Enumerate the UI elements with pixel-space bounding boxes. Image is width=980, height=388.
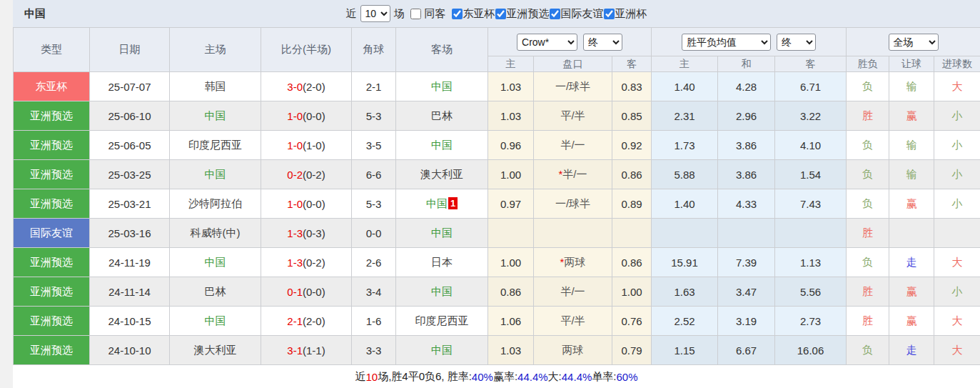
mean-draw-odds: 3.47 bbox=[718, 277, 775, 307]
match-row: 亚洲预选 24-10-10 澳大利亚 3-1(1-1) 3-3 中国 1.03 … bbox=[14, 336, 980, 365]
filter-checkbox[interactable] bbox=[495, 9, 506, 19]
away-team-cell: 日本 bbox=[396, 248, 488, 277]
corner-score: 2-6 bbox=[352, 248, 396, 277]
col-header-date: 日期 bbox=[90, 28, 170, 72]
match-row: 亚洲预选 24-11-19 中国 1-3(0-2) 2-6 日本 1.00 *两… bbox=[14, 248, 980, 277]
full-time-score: 1-0 bbox=[287, 198, 303, 210]
match-date: 25-07-07 bbox=[90, 72, 170, 101]
odds-home: 1.03 bbox=[488, 72, 534, 101]
away-team: 中国 bbox=[431, 80, 453, 92]
summary-segment: 单率: bbox=[592, 370, 616, 384]
home-team: 印度尼西亚 bbox=[170, 131, 261, 160]
full-time-score: 1-0 bbox=[287, 110, 303, 122]
summary-segment: 40% bbox=[472, 371, 493, 383]
mean-group-header: 胜平负均值 终 bbox=[652, 28, 847, 56]
match-date: 25-03-25 bbox=[90, 160, 170, 189]
filter-item[interactable]: 亚洲预选 bbox=[495, 7, 550, 21]
half-time-score: (0-0) bbox=[303, 198, 325, 210]
handicap-value: 半/一 bbox=[560, 139, 585, 151]
summary-segment: 场,胜4平0负6, 胜率: bbox=[378, 370, 472, 384]
handicap-result bbox=[889, 219, 934, 248]
away-team: 中国 bbox=[431, 139, 453, 151]
filter-checkbox[interactable] bbox=[550, 9, 560, 19]
match-row: 亚洲预选 25-06-05 印度尼西亚 1-0(1-0) 3-5 中国 0.96… bbox=[14, 131, 980, 160]
mean-home-odds bbox=[652, 219, 718, 248]
half-time-score: (2-0) bbox=[303, 315, 325, 327]
match-count-select[interactable]: 10 bbox=[360, 5, 390, 22]
mean-home-odds: 1.73 bbox=[652, 131, 718, 160]
home-team: 澳大利亚 bbox=[170, 336, 261, 365]
mean-time-select[interactable]: 终 bbox=[777, 34, 816, 51]
competition-type-badge: 亚洲预选 bbox=[14, 189, 90, 219]
sub-header-mean-draw: 和 bbox=[718, 56, 775, 72]
win-loss-result: 负 bbox=[847, 336, 889, 365]
competition-type-badge: 亚洲预选 bbox=[14, 248, 90, 277]
match-date: 25-06-05 bbox=[90, 131, 170, 160]
away-team: 巴林 bbox=[431, 109, 453, 121]
handicap-result: 走 bbox=[889, 248, 934, 277]
half-time-score: (2-0) bbox=[303, 81, 325, 93]
filter-label: 同客 bbox=[425, 7, 446, 21]
filter-checkbox[interactable] bbox=[410, 9, 421, 19]
odds-company-select[interactable]: Crow* bbox=[517, 34, 577, 51]
odds-away: 1.00 bbox=[612, 277, 652, 307]
match-row: 亚洲预选 24-10-15 中国 2-1(2-0) 1-6 印度尼西亚 1.06… bbox=[14, 307, 980, 336]
scope-select[interactable]: 全场 bbox=[889, 34, 939, 51]
corner-score: 5-3 bbox=[352, 189, 396, 219]
half-time-score: (0-0) bbox=[303, 286, 325, 298]
filter-checkbox[interactable] bbox=[452, 9, 463, 19]
mean-away-odds: 16.06 bbox=[775, 336, 847, 365]
match-table: 类型 日期 主场 比分(半场) 角球 客场 Crow* 终 bbox=[13, 27, 980, 365]
filter-item[interactable]: 东亚杯 bbox=[452, 7, 495, 21]
away-team-cell: 中国 bbox=[396, 219, 488, 248]
summary-segment: 大: bbox=[548, 370, 562, 384]
away-team: 中国 bbox=[431, 344, 453, 356]
mean-away-odds: 3.22 bbox=[775, 101, 847, 131]
full-time-score: 2-1 bbox=[287, 315, 303, 327]
handicap-cell: 一/球半 bbox=[534, 72, 612, 101]
full-time-score: 3-0 bbox=[287, 81, 303, 93]
away-team: 日本 bbox=[431, 256, 453, 268]
away-team: 中国 bbox=[431, 227, 453, 239]
home-team: 中国 bbox=[170, 248, 261, 277]
score-cell: 1-0(1-0) bbox=[261, 131, 352, 160]
odds-home: 1.03 bbox=[488, 336, 534, 365]
match-date: 25-06-10 bbox=[90, 101, 170, 131]
mean-odds-select[interactable]: 胜平负均值 bbox=[682, 34, 771, 51]
goals-result: 小 bbox=[934, 101, 980, 131]
filter-item[interactable]: 国际友谊 bbox=[550, 7, 604, 21]
handicap-cell: *半/一 bbox=[534, 160, 612, 189]
corner-score: 1-6 bbox=[352, 307, 396, 336]
handicap-cell: 半/一 bbox=[534, 277, 612, 307]
handicap-result: 输 bbox=[889, 160, 934, 189]
competition-type-badge: 亚洲预选 bbox=[14, 336, 90, 365]
col-header-score: 比分(半场) bbox=[261, 28, 352, 72]
match-row: 国际友谊 25-03-16 科威特(中) 1-3(0-3) 0-0 中国 胜 bbox=[14, 219, 980, 248]
match-date: 25-03-16 bbox=[90, 219, 170, 248]
competition-type-badge: 亚洲预选 bbox=[14, 131, 90, 160]
mean-home-odds: 1.40 bbox=[652, 189, 718, 219]
filter-item[interactable]: 亚洲杯 bbox=[604, 7, 647, 21]
summary-segment: 44.4% bbox=[562, 371, 592, 383]
odds-time-select[interactable]: 终 bbox=[583, 34, 622, 51]
odds-home: 1.00 bbox=[488, 160, 534, 189]
mean-away-odds: 7.43 bbox=[775, 189, 847, 219]
away-team-cell: 中国 bbox=[396, 72, 488, 101]
win-loss-result: 负 bbox=[847, 131, 889, 160]
score-cell: 1-0(0-0) bbox=[261, 101, 352, 131]
away-team-cell: 中国 bbox=[396, 336, 488, 365]
summary-segment: 赢率: bbox=[493, 370, 517, 384]
away-team-cell: 中国1 bbox=[396, 189, 488, 219]
filter-item[interactable]: 同客 bbox=[410, 7, 446, 21]
handicap-value: 平/半 bbox=[560, 314, 585, 327]
away-team-badge: 1 bbox=[448, 197, 458, 209]
full-time-score: 1-3 bbox=[287, 227, 303, 239]
win-loss-result: 负 bbox=[847, 160, 889, 189]
odds-home: 0.86 bbox=[488, 277, 534, 307]
filter-checkbox[interactable] bbox=[604, 9, 615, 19]
col-header-away: 客场 bbox=[396, 28, 488, 72]
sub-header-handicap-result: 让球 bbox=[889, 56, 934, 72]
top-bar: 中国 近 10 场 同客东亚杯亚洲预选国际友谊亚洲杯 bbox=[13, 0, 980, 27]
half-time-score: (1-0) bbox=[303, 139, 325, 151]
odds-home: 1.00 bbox=[488, 248, 534, 277]
